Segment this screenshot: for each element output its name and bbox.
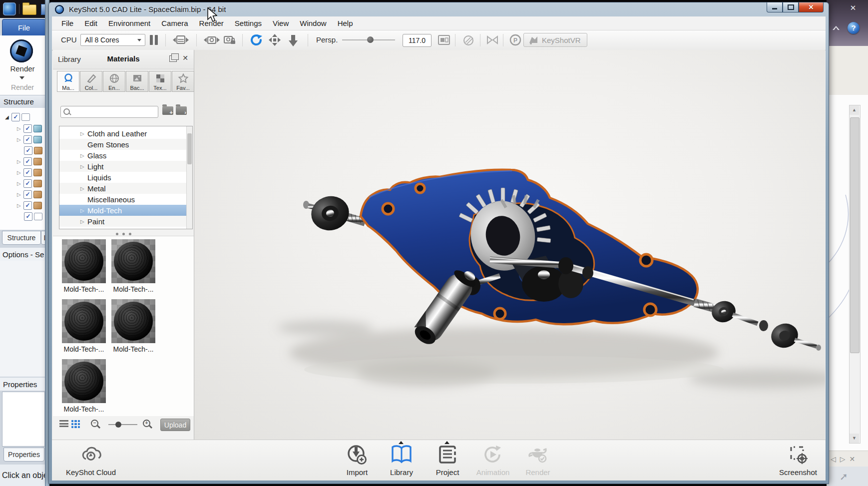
undock-icon[interactable]: [169, 55, 177, 62]
scroll-down-icon[interactable]: ▼: [850, 434, 859, 443]
material-edit-icon[interactable]: [462, 33, 475, 46]
perspective-value-input[interactable]: [403, 34, 432, 47]
tab-environments[interactable]: En...: [103, 71, 125, 92]
tree-item-light[interactable]: ▷Light: [59, 161, 192, 172]
menu-view[interactable]: View: [267, 19, 294, 27]
close-tab-icon[interactable]: ✕: [850, 455, 856, 463]
import-folder-icon[interactable]: ›: [176, 106, 187, 115]
tree-item-metal[interactable]: ▷Metal: [59, 183, 192, 194]
material-thumb[interactable]: [111, 299, 155, 343]
menu-environment[interactable]: Environment: [103, 19, 156, 27]
maximize-button[interactable]: [783, 2, 799, 12]
tab-favorites[interactable]: Fav...: [172, 71, 194, 92]
close-icon[interactable]: ✕: [181, 54, 190, 62]
collapse-ribbon-icon[interactable]: [833, 26, 840, 30]
tree-item-miscellaneous[interactable]: Miscellaneous: [59, 194, 192, 205]
render-button[interactable]: Render: [0, 64, 45, 73]
search-input[interactable]: [60, 106, 158, 118]
refresh-icon[interactable]: [250, 33, 263, 47]
tree-row[interactable]: ▷✓: [17, 167, 42, 177]
tree-row[interactable]: ▷✓: [17, 178, 42, 188]
slider-handle[interactable]: [115, 422, 121, 428]
keyshot-render-icon[interactable]: [10, 39, 33, 62]
tree-item-glass[interactable]: ▷Glass: [59, 150, 192, 161]
titlebar[interactable]: KeyShot 5.0 CAD Lite - SpaceClaim.bip - …: [49, 2, 829, 16]
checkbox[interactable]: ✓: [24, 146, 32, 155]
expander-icon[interactable]: ▷: [17, 170, 22, 175]
tree-item-mold-tech[interactable]: ▷Mold-Tech: [59, 205, 192, 216]
expander-icon[interactable]: ▷: [17, 126, 22, 131]
checkbox[interactable]: ✓: [23, 179, 32, 188]
tab-colors[interactable]: Col...: [80, 71, 102, 92]
share-arrow-icon[interactable]: ➚: [840, 471, 851, 482]
keyshot-cloud-button[interactable]: KeyShot Cloud: [61, 442, 121, 479]
tree-item-gem-stones[interactable]: Gem Stones: [59, 139, 192, 150]
menu-camera[interactable]: Camera: [156, 19, 193, 27]
tree-scrollbar[interactable]: [186, 126, 192, 229]
material-thumb[interactable]: [62, 359, 106, 403]
checkbox[interactable]: ✓: [11, 113, 20, 121]
material-thumb[interactable]: [111, 239, 155, 283]
expander-icon[interactable]: ▷: [17, 192, 22, 197]
expander-icon[interactable]: ▷: [80, 219, 87, 224]
close-button[interactable]: ✕: [799, 2, 824, 12]
checkbox[interactable]: ✓: [24, 212, 32, 221]
tree-row[interactable]: ▷✓: [17, 156, 42, 166]
scroll-up-icon[interactable]: ▲: [850, 105, 859, 115]
slider-handle[interactable]: [367, 36, 374, 43]
perspective-slider[interactable]: [342, 39, 395, 40]
performance-mode-icon[interactable]: P: [509, 33, 522, 46]
keyshotvr-button[interactable]: KeyShotVR: [523, 33, 587, 47]
slideshow-prev-next-icon[interactable]: [171, 33, 191, 46]
fullscreen-expand-icon[interactable]: [268, 33, 281, 46]
expander-icon[interactable]: ▷: [80, 131, 87, 136]
file-tab[interactable]: File: [2, 19, 46, 36]
expander-icon[interactable]: ▷: [17, 203, 22, 208]
menu-settings[interactable]: Settings: [229, 19, 267, 27]
menu-file[interactable]: File: [56, 19, 79, 27]
checkbox[interactable]: ✓: [23, 168, 32, 177]
minimize-button[interactable]: [767, 2, 783, 12]
expanded-arrow-icon[interactable]: ◢: [5, 114, 10, 120]
tree-row[interactable]: ✓: [24, 211, 42, 221]
render-viewport[interactable]: [194, 50, 825, 440]
structure-tab[interactable]: Structure: [2, 231, 41, 245]
menu-edit[interactable]: Edit: [79, 19, 103, 27]
region-render-icon[interactable]: [437, 33, 450, 46]
camera-prev-next-icon[interactable]: [202, 33, 221, 46]
checkbox[interactable]: ✓: [23, 135, 32, 144]
render-dropdown-caret-icon[interactable]: [19, 76, 24, 79]
checkbox[interactable]: ✓: [23, 124, 32, 133]
material-thumb[interactable]: [62, 239, 106, 283]
nav-prev-icon[interactable]: ◁: [831, 455, 836, 463]
tree-item-paint[interactable]: ▷Paint: [59, 216, 192, 227]
add-folder-icon[interactable]: +: [162, 106, 173, 115]
expander-icon[interactable]: ▷: [80, 208, 87, 213]
checkbox[interactable]: ✓: [23, 190, 32, 199]
nav-next-icon[interactable]: ▷: [840, 455, 846, 463]
checkbox[interactable]: ✓: [23, 201, 32, 210]
scrollbar-thumb[interactable]: [187, 133, 192, 164]
tree-item-liquids[interactable]: Liquids: [59, 172, 192, 183]
tree-row[interactable]: ▷✓: [17, 200, 42, 210]
material-thumb[interactable]: [62, 299, 106, 343]
menu-help[interactable]: Help: [332, 19, 359, 27]
menu-window[interactable]: Window: [294, 19, 332, 27]
flip-normals-icon[interactable]: [486, 33, 499, 46]
expander-icon[interactable]: ▷: [80, 164, 87, 169]
scrollbar[interactable]: ▲ ▼: [849, 105, 861, 444]
screenshot-button[interactable]: Screenshot: [768, 442, 826, 479]
tree-row[interactable]: ▷✓: [17, 134, 42, 144]
checkbox[interactable]: ✓: [23, 157, 32, 166]
cores-dropdown[interactable]: All 8 Cores: [80, 34, 145, 46]
properties-tab[interactable]: Properties: [3, 448, 44, 462]
tab-textures[interactable]: Tex...: [149, 71, 171, 92]
zoom-out-icon[interactable]: –: [91, 420, 98, 427]
download-arrow-icon[interactable]: [286, 33, 300, 47]
zoom-in-icon[interactable]: +: [143, 420, 150, 427]
thumbnail-size-slider[interactable]: [108, 424, 137, 425]
upload-button[interactable]: Upload: [160, 419, 190, 431]
tree-row[interactable]: ▷✓: [17, 189, 42, 199]
expander-icon[interactable]: ▷: [17, 159, 22, 164]
expander-icon[interactable]: ▷: [80, 186, 87, 191]
